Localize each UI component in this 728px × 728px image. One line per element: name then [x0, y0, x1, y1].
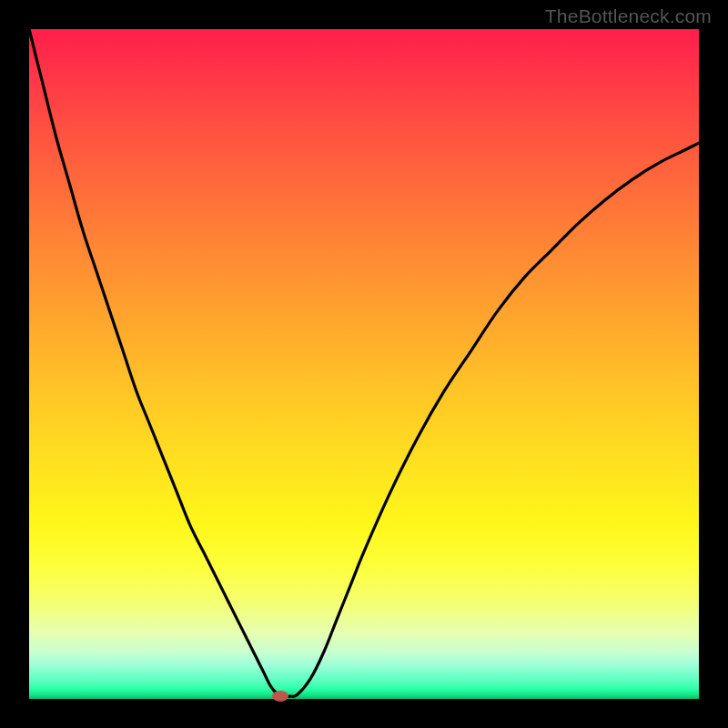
curve-svg: [29, 29, 699, 699]
watermark-label: TheBottleneck.com: [545, 5, 712, 27]
bottleneck-curve: [29, 29, 699, 697]
chart-frame: TheBottleneck.com: [0, 0, 728, 728]
optimal-point-marker: [272, 691, 288, 702]
plot-area: [29, 29, 699, 699]
